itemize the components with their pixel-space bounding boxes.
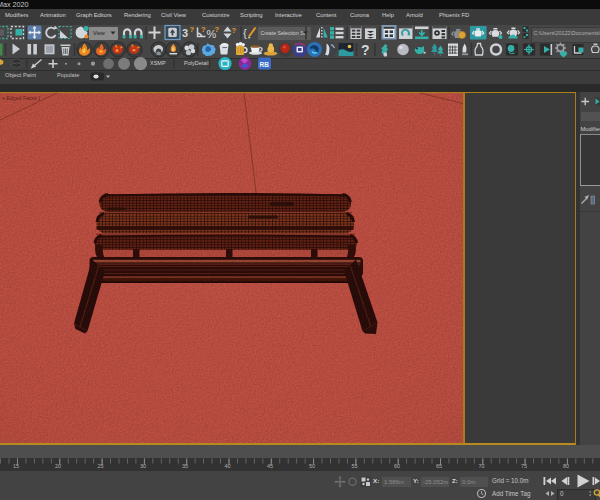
svg-text:?: ? <box>232 26 237 35</box>
svg-text:{: { <box>243 27 247 39</box>
svg-text:?: ? <box>190 25 195 34</box>
svg-text:?: ? <box>361 42 370 58</box>
svg-text:3: 3 <box>182 27 188 39</box>
svg-text:?: ? <box>215 25 220 34</box>
svg-text:?: ? <box>201 25 206 34</box>
svg-text:RB: RB <box>260 61 270 68</box>
